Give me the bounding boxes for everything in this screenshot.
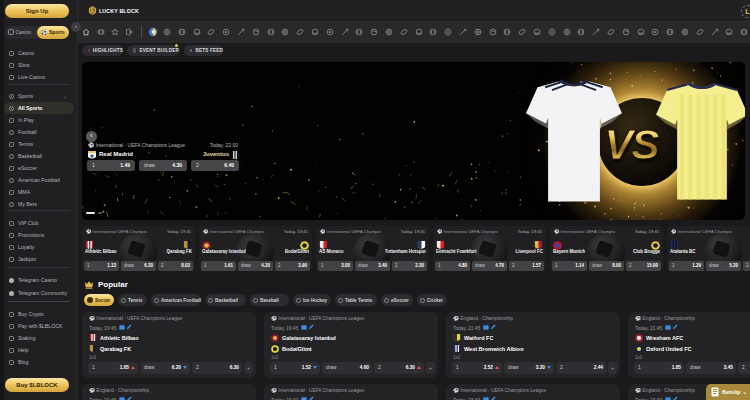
- svg-text:VS: VS: [604, 120, 660, 168]
- svg-text:L: L: [91, 8, 94, 13]
